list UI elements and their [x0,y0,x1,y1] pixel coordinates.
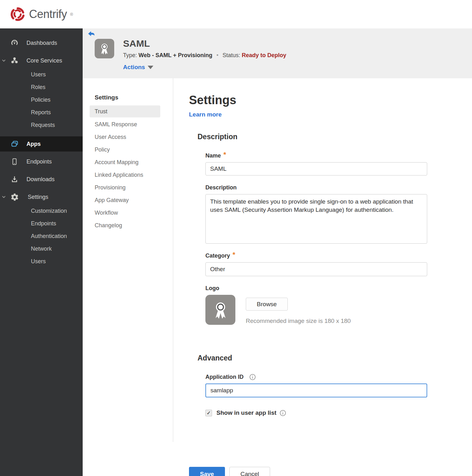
sidebar-item-requests[interactable]: Requests [0,119,83,131]
sidebar-item-settings[interactable]: Settings [0,189,83,205]
application-id-label: Application ID [205,374,244,380]
chevron-down-icon[interactable] [2,58,6,63]
sidebar-item-roles[interactable]: Roles [0,81,83,93]
gear-icon [10,193,19,201]
brand-name: Centrify [29,8,67,21]
subnav-item-policy[interactable]: Policy [83,143,173,156]
sidebar-nav: Dashboards Core Services Users Roles Pol… [0,28,83,476]
subnav-item-changelog[interactable]: Changelog [83,219,173,232]
app-meta: Type: Web - SAML + Provisioning • Status… [123,52,286,59]
logo-label: Logo [205,285,219,292]
sidebar-item-label: Apps [27,141,41,147]
sidebar-item-users-settings[interactable]: Users [0,255,83,268]
sidebar-item-network[interactable]: Network [0,242,83,255]
browse-button[interactable]: Browse [246,298,288,311]
sidebar-item-reports[interactable]: Reports [0,106,83,119]
sidebar-item-endpoints[interactable]: Endpoints [0,154,83,169]
sidebar-item-downloads[interactable]: Downloads [0,172,83,187]
description-label: Description [205,184,237,191]
subnav-item-app-gateway[interactable]: App Gateway [83,194,173,206]
learn-more-link[interactable]: Learn more [189,111,221,118]
sidebar-item-endpoints-settings[interactable]: Endpoints [0,217,83,230]
app-header: SAML Type: Web - SAML + Provisioning • S… [83,28,472,78]
type-label: Type: [123,52,137,58]
required-asterisk: * [233,253,235,257]
name-label: Name [205,152,221,159]
meta-separator: • [216,52,218,58]
subnav-item-provisioning[interactable]: Provisioning [83,181,173,194]
required-asterisk: * [223,152,226,157]
download-icon [10,175,19,184]
settings-panel: Settings Learn more Description Name * D… [173,78,472,476]
subnav-item-saml-response[interactable]: SAML Response [83,118,173,131]
description-field[interactable]: This template enables you to provide sin… [205,194,427,244]
info-icon[interactable] [249,374,256,380]
subnav-item-workflow[interactable]: Workflow [83,206,173,219]
category-label: Category [205,253,230,259]
sidebar-item-label: Downloads [27,176,55,183]
sidebar-item-label: Dashboards [27,40,57,46]
registered-mark: ® [70,12,73,17]
description-section-heading: Description [198,133,472,141]
top-bar: Centrify ® [0,0,472,28]
sidebar-item-customization[interactable]: Customization [0,205,83,217]
save-button[interactable]: Save [189,467,225,476]
core-services-sublist: Users Roles Policies Reports Requests [0,68,83,131]
sidebar-item-apps[interactable]: Apps [0,136,83,152]
sidebar-item-label: Settings [28,194,48,200]
app-logo [95,39,114,58]
app-name-title: SAML [123,39,286,48]
logo-preview [205,295,235,325]
status-badge: Ready to Deploy [242,52,286,58]
sidebar-item-policies[interactable]: Policies [0,93,83,106]
advanced-section-heading: Advanced [198,354,472,362]
settings-sublist: Customization Endpoints Authentication N… [0,205,83,268]
sidebar-item-dashboards[interactable]: Dashboards [0,35,83,51]
subnav-item-user-access[interactable]: User Access [83,131,173,143]
type-value: Web - SAML + Provisioning [139,52,212,58]
sidebar-item-core-services[interactable]: Core Services [0,53,83,68]
actions-label: Actions [123,64,145,71]
sidebar-item-users[interactable]: Users [0,68,83,81]
page-title: Settings [189,94,472,106]
sidebar-item-label: Endpoints [27,158,52,165]
centrify-swirl-icon [9,6,26,22]
caret-down-icon [148,66,153,69]
subnav-item-trust[interactable]: Trust [90,105,160,117]
sidebar-item-label: Core Services [27,57,62,64]
gauge-icon [10,39,19,47]
cancel-button[interactable]: Cancel [229,467,270,476]
back-arrow-icon[interactable] [88,31,95,37]
settings-subnav: Settings Trust SAML Response User Access… [83,78,173,442]
show-in-user-app-list-label: Show in user app list [216,409,276,416]
subnav-item-linked-applications[interactable]: Linked Applications [83,169,173,181]
application-id-field[interactable] [205,384,427,397]
subnav-heading: Settings [95,93,173,105]
chevron-down-icon[interactable] [2,195,6,199]
apps-icon [10,140,19,148]
centrify-logo: Centrify ® [9,6,73,22]
mobile-device-icon [10,157,19,166]
logo-size-hint: Recommended image size is 180 x 180 [246,318,351,324]
name-field[interactable] [205,162,427,176]
actions-dropdown[interactable]: Actions [123,64,286,71]
show-in-user-app-list-checkbox[interactable]: ✓ [205,410,212,416]
core-services-icon [10,56,19,65]
info-icon[interactable] [280,410,286,416]
subnav-item-account-mapping[interactable]: Account Mapping [83,156,173,169]
category-field[interactable] [205,262,427,276]
sidebar-item-authentication[interactable]: Authentication [0,230,83,242]
status-label: Status: [222,52,240,58]
